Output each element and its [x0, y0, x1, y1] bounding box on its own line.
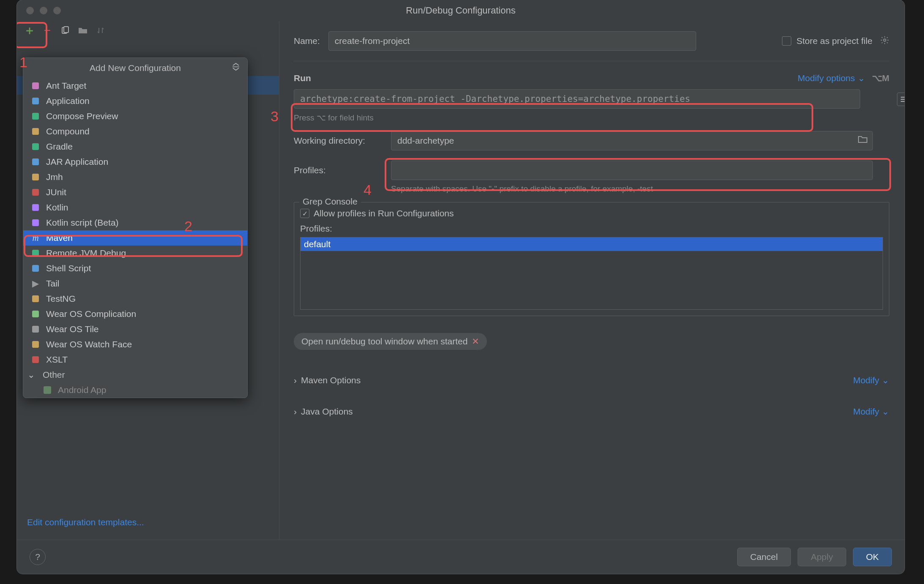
config-type-item[interactable]: Remote JVM Debug [23, 246, 247, 261]
config-type-item[interactable]: Ant Target [23, 78, 247, 93]
config-type-item[interactable]: mMaven [23, 230, 247, 246]
remove-chip-icon[interactable]: ✕ [472, 336, 479, 347]
config-type-item[interactable]: Kotlin [23, 200, 247, 215]
grep-console-group: Grep Console ✓ Allow profiles in Run Con… [294, 202, 889, 316]
maven-modify-link[interactable]: Modify ⌄ [853, 375, 889, 385]
config-category-other[interactable]: ⌄Other [23, 367, 247, 382]
compose-icon [31, 112, 40, 121]
folder-icon[interactable] [858, 135, 868, 145]
collapse-icon[interactable] [231, 62, 241, 74]
jar-icon [31, 157, 40, 166]
tasks-list-icon[interactable] [897, 93, 905, 106]
minimize-icon[interactable] [40, 7, 47, 14]
svg-rect-15 [32, 295, 39, 302]
grep-profiles-list[interactable]: default [300, 237, 883, 310]
edit-templates-link[interactable]: Edit configuration templates... [27, 517, 144, 527]
config-type-label: Compose Preview [46, 111, 118, 121]
config-type-item[interactable]: Compound [23, 124, 247, 139]
remove-configuration-button[interactable]: − [42, 25, 52, 35]
help-button[interactable]: ? [30, 549, 46, 565]
config-type-item[interactable]: Shell Script [23, 261, 247, 276]
copy-configuration-button[interactable] [60, 25, 70, 35]
config-type-item[interactable]: Wear OS Watch Face [23, 337, 247, 352]
java-modify-link[interactable]: Modify ⌄ [853, 407, 889, 417]
config-type-item[interactable]: Application [23, 93, 247, 109]
config-type-item[interactable]: Android App [23, 382, 247, 398]
working-directory-input[interactable] [391, 131, 873, 150]
grep-profiles-label: Profiles: [300, 224, 883, 234]
svg-rect-19 [32, 356, 39, 363]
config-type-label: Kotlin script (Beta) [46, 218, 119, 228]
config-type-label: Wear OS Complication [46, 309, 136, 319]
run-section-label: Run [294, 73, 311, 83]
svg-rect-8 [32, 158, 39, 165]
wear-watchface-icon [31, 340, 40, 349]
config-type-item[interactable]: ▶Tail [23, 276, 247, 291]
config-type-label: TestNG [46, 294, 76, 304]
config-type-item[interactable]: JUnit [23, 185, 247, 200]
chevron-right-icon: › [294, 375, 297, 385]
add-configuration-button[interactable]: ＋ [25, 25, 35, 35]
grep-profile-item[interactable]: default [301, 237, 883, 251]
svg-rect-10 [32, 189, 39, 196]
svg-rect-18 [32, 341, 39, 348]
config-type-label: XSLT [46, 355, 68, 365]
close-icon[interactable] [26, 7, 34, 14]
config-type-label: Shell Script [46, 263, 91, 273]
open-tool-window-chip[interactable]: Open run/debug tool window when started … [294, 333, 487, 350]
config-toolbar: ＋ − [17, 21, 279, 40]
config-type-item[interactable]: Gradle [23, 139, 247, 154]
config-type-item[interactable]: Kotlin script (Beta) [23, 215, 247, 230]
field-hints-label: Press ⌥ for field hints [294, 113, 889, 123]
config-type-label: Application [46, 96, 90, 106]
config-type-item[interactable]: JAR Application [23, 154, 247, 169]
xslt-icon [31, 355, 40, 364]
apply-button[interactable]: Apply [798, 548, 846, 566]
config-type-item[interactable]: XSLT [23, 352, 247, 367]
store-as-project-file-checkbox[interactable] [782, 36, 791, 46]
junit-icon [31, 188, 40, 197]
wear-tile-icon [31, 325, 40, 334]
chevron-down-icon: ⌄ [882, 375, 889, 385]
java-options-expander[interactable]: › Java Options Modify ⌄ [294, 407, 889, 417]
maven-icon: m [31, 233, 40, 243]
svg-rect-6 [32, 128, 39, 135]
callout-3: 3 [271, 108, 279, 125]
chevron-down-icon: ⌄ [858, 73, 865, 83]
jmh-icon [31, 172, 40, 182]
maven-options-expander[interactable]: › Maven Options Modify ⌄ [294, 375, 889, 385]
config-type-item[interactable]: Compose Preview [23, 109, 247, 124]
cancel-button[interactable]: Cancel [737, 548, 791, 566]
sort-button[interactable] [96, 25, 106, 35]
gear-icon[interactable] [880, 35, 889, 47]
configuration-type-list[interactable]: Ant TargetApplicationCompose PreviewComp… [23, 78, 247, 398]
svg-rect-13 [32, 250, 39, 257]
profiles-input[interactable] [391, 161, 873, 180]
tail-icon: ▶ [31, 279, 40, 288]
folder-button[interactable] [78, 25, 88, 35]
callout-4: 4 [364, 182, 372, 198]
kotlin-script-icon [31, 218, 40, 227]
profiles-hint: Separate with spaces. Use "-" prefix to … [391, 184, 889, 194]
config-type-label: Kotlin [46, 202, 68, 213]
run-debug-dialog: Run/Debug Configurations ＋ − Edit config… [17, 0, 905, 574]
allow-profiles-checkbox[interactable]: ✓ [300, 209, 309, 218]
window-controls[interactable] [26, 7, 61, 14]
android-icon [43, 385, 52, 395]
zoom-icon[interactable] [53, 7, 61, 14]
add-new-configuration-popup: Add New Configuration Ant TargetApplicat… [23, 57, 248, 398]
name-input[interactable] [328, 31, 696, 51]
svg-rect-2 [232, 67, 239, 68]
config-type-label: Compound [46, 126, 90, 136]
configurations-panel: ＋ − Edit configuration templates... Add … [17, 21, 279, 540]
run-command-input[interactable] [294, 89, 860, 109]
profiles-label: Profiles: [294, 165, 383, 175]
svg-rect-7 [32, 143, 39, 150]
svg-rect-23 [901, 99, 905, 100]
config-type-item[interactable]: Wear OS Tile [23, 322, 247, 337]
ok-button[interactable]: OK [853, 548, 892, 566]
config-type-item[interactable]: Wear OS Complication [23, 306, 247, 322]
config-type-item[interactable]: TestNG [23, 291, 247, 306]
config-type-item[interactable]: Jmh [23, 169, 247, 185]
modify-options-link[interactable]: Modify options ⌄ [798, 73, 865, 83]
